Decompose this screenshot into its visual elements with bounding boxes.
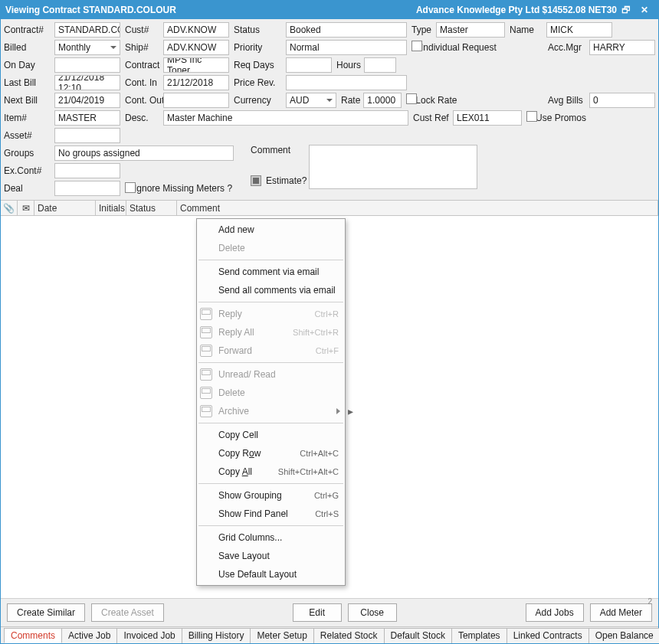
asset-number-label: Asset# xyxy=(4,130,54,141)
ignore-missing-meters-checkbox[interactable] xyxy=(125,182,136,193)
menu-copy-cell[interactable]: Copy Cell xyxy=(197,426,345,444)
grid-body[interactable]: Add new Delete Send comment via email Se… xyxy=(1,216,658,598)
desc-label: Desc. xyxy=(120,113,163,123)
contract-field[interactable]: MPS Inc Toner xyxy=(163,57,229,73)
menu-archive: Archive▸ xyxy=(197,402,345,420)
menu-forward: ForwardCtrl+F xyxy=(197,342,345,360)
date-column[interactable]: Date xyxy=(34,201,96,215)
attachment-column-icon[interactable]: 📎 xyxy=(1,201,18,215)
menu-show-find-panel[interactable]: Show Find PanelCtrl+S xyxy=(197,505,345,523)
cust-number-field[interactable]: ADV.KNOW xyxy=(163,22,229,38)
tab-active-job[interactable]: Active Job xyxy=(61,628,117,643)
on-day-label: On Day xyxy=(4,60,54,70)
req-days-field[interactable] xyxy=(286,57,332,73)
menu-reply: ReplyCtrl+R xyxy=(197,305,345,323)
use-promos-checkbox[interactable] xyxy=(526,111,537,122)
type-field[interactable]: Master xyxy=(436,22,505,38)
deal-field[interactable] xyxy=(54,181,120,196)
menu-copy-row[interactable]: Copy RowCtrl+Alt+C xyxy=(197,444,345,463)
item-number-label: Item# xyxy=(4,113,54,123)
tab-billing-history[interactable]: Billing History xyxy=(182,628,251,643)
tab-invoiced-job[interactable]: Invoiced Job xyxy=(116,628,182,643)
last-bill-field[interactable]: 21/12/2018 12:10 xyxy=(54,75,120,90)
menu-use-default-layout[interactable]: Use Default Layout xyxy=(197,565,345,584)
menu-unread-read: Unread/ Read xyxy=(197,365,345,384)
asset-number-field[interactable] xyxy=(54,128,120,143)
currency-select[interactable]: AUD xyxy=(286,93,336,108)
cont-in-field[interactable]: 21/12/2018 xyxy=(163,75,229,90)
tab-comments[interactable]: Comments xyxy=(4,628,62,643)
mail-icon xyxy=(200,345,212,357)
comment-label: Comment xyxy=(251,145,304,155)
priority-field[interactable]: Normal xyxy=(286,40,407,55)
avg-bills-field[interactable]: 0 xyxy=(589,93,655,108)
menu-copy-all[interactable]: Copy AllShift+Ctrl+Alt+C xyxy=(197,463,345,481)
mail-icon xyxy=(200,387,212,399)
tab-linked-contracts[interactable]: Linked Contracts xyxy=(507,628,589,643)
next-bill-field[interactable]: 21/04/2019 xyxy=(54,93,120,108)
cust-ref-field[interactable]: LEX011 xyxy=(453,110,522,126)
lock-rate-checkbox[interactable] xyxy=(406,93,417,104)
price-rev-label: Price Rev. xyxy=(229,77,286,88)
create-similar-button[interactable]: Create Similar xyxy=(7,603,85,622)
acc-mgr-field[interactable]: HARRY xyxy=(589,40,655,55)
menu-show-grouping[interactable]: Show GroupingCtrl+G xyxy=(197,486,345,505)
cust-number-label: Cust# xyxy=(120,25,163,35)
context-menu: Add new Delete Send comment via email Se… xyxy=(196,218,346,586)
billed-select[interactable]: Monthly xyxy=(54,40,120,55)
edit-button[interactable]: Edit xyxy=(293,603,342,622)
price-rev-field[interactable] xyxy=(286,75,407,90)
contract-number-field[interactable]: STANDARD.COLOUR xyxy=(54,22,120,38)
status-column[interactable]: Status xyxy=(126,201,177,215)
name-field[interactable]: MICK xyxy=(546,22,612,38)
menu-add-new[interactable]: Add new xyxy=(197,221,345,239)
titlebar-subtitle: Advance Knowledge Pty Ltd $14552.08 NET3… xyxy=(416,5,617,15)
menu-send-comment-email[interactable]: Send comment via email xyxy=(197,263,345,281)
close-button[interactable]: Close xyxy=(348,603,397,622)
deal-label: Deal xyxy=(4,183,54,194)
restore-icon[interactable]: 🗗 xyxy=(617,5,635,15)
contract-number-label: Contract# xyxy=(4,25,54,35)
close-icon[interactable]: ✕ xyxy=(635,5,654,15)
add-jobs-button[interactable]: Add Jobs xyxy=(526,603,584,622)
desc-field[interactable]: Master Machine xyxy=(163,110,408,126)
cont-out-field[interactable] xyxy=(163,93,229,108)
add-meter-button[interactable]: Add Meter xyxy=(590,603,652,622)
mail-icon xyxy=(200,405,212,417)
type-label: Type xyxy=(407,25,436,35)
tab-templates[interactable]: Templates xyxy=(451,628,507,643)
rate-field[interactable]: 1.0000 xyxy=(363,93,402,108)
tab-related-stock[interactable]: Related Stock xyxy=(313,628,385,643)
use-promos-label: Use Promos xyxy=(536,113,589,123)
mail-icon xyxy=(200,368,212,381)
mail-icon xyxy=(200,308,212,320)
initials-column[interactable]: Initials xyxy=(96,201,126,215)
contract-form: Contract# STANDARD.COLOUR Cust# ADV.KNOW… xyxy=(1,19,658,200)
menu-save-layout[interactable]: Save Layout xyxy=(197,547,345,565)
lock-rate-label: Lock Rate xyxy=(415,95,460,106)
tab-meter-setup[interactable]: Meter Setup xyxy=(250,628,313,643)
tab-default-stock[interactable]: Default Stock xyxy=(384,628,452,643)
contract-window: Viewing Contract STANDARD.COLOUR Advance… xyxy=(0,0,659,644)
item-number-field[interactable]: MASTER xyxy=(54,110,120,126)
billed-label: Billed xyxy=(4,42,54,53)
menu-send-all-comments-email[interactable]: Send all comments via email xyxy=(197,281,345,299)
ignore-missing-meters-label: Ignore Missing Meters ? xyxy=(134,183,235,194)
menu-grid-columns[interactable]: Grid Columns... xyxy=(197,528,345,547)
ex-cont-field[interactable] xyxy=(54,163,120,178)
tab-open-balance[interactable]: Open Balance xyxy=(589,628,659,643)
comments-grid: 📎 ✉ Date Initials Status Comment Add new… xyxy=(1,200,658,598)
groups-field[interactable]: No groups assigned xyxy=(54,145,234,161)
req-days-label: Req Days xyxy=(229,60,286,70)
estimate-label: Estimate? xyxy=(266,175,310,186)
ship-number-field[interactable]: ADV.KNOW xyxy=(163,40,229,55)
comment-column[interactable]: Comment xyxy=(177,201,658,215)
status-field[interactable]: Booked xyxy=(286,22,407,38)
mail-column-icon[interactable]: ✉ xyxy=(18,201,34,215)
individual-request-checkbox[interactable] xyxy=(411,41,422,51)
page-indicator: 2 xyxy=(648,597,652,606)
estimate-checkbox[interactable] xyxy=(251,175,261,186)
on-day-field[interactable] xyxy=(54,57,120,73)
hours-field[interactable] xyxy=(364,57,396,73)
cont-out-label: Cont. Out xyxy=(120,95,163,106)
